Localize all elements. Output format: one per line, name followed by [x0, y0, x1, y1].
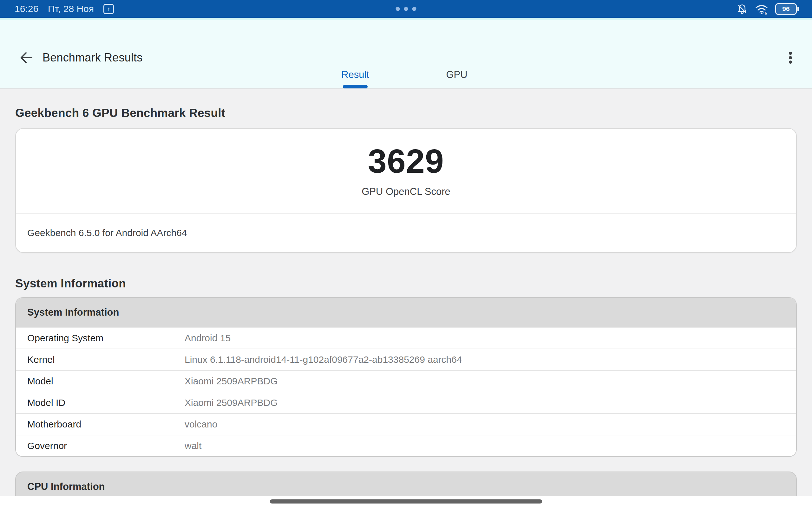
tab-result-label: Result: [341, 69, 369, 80]
row-value: Xiaomi 2509ARPBDG: [185, 397, 796, 408]
camera-cutout-dots: [396, 7, 416, 11]
row-value: Linux 6.1.118-android14-11-g102af09677a2…: [185, 354, 796, 365]
table-row: Kernel Linux 6.1.118-android14-11-g102af…: [16, 349, 796, 370]
tab-result[interactable]: Result: [305, 61, 406, 88]
kebab-menu-icon: [783, 49, 798, 66]
active-tab-indicator: [343, 85, 368, 89]
dot-icon: [404, 7, 408, 11]
row-value: walt: [185, 441, 796, 451]
app-bar: Benchmark Results Result GPU: [0, 18, 812, 89]
system-nav-strip: [0, 496, 812, 507]
system-info-table: System Information Operating System Andr…: [15, 297, 797, 457]
content-area: Geekbench 6 GPU Benchmark Result 3629 GP…: [0, 89, 812, 507]
back-button[interactable]: [18, 49, 34, 66]
battery-icon: 96: [775, 3, 799, 15]
appbar-accent-strip: [0, 18, 812, 20]
score-block: 3629 GPU OpenCL Score: [16, 129, 796, 213]
table-row: Governor walt: [16, 435, 796, 456]
tab-gpu[interactable]: GPU: [406, 61, 507, 88]
table-row: Operating System Android 15: [16, 327, 796, 349]
tab-gpu-label: GPU: [446, 69, 467, 80]
battery-percent: 96: [775, 3, 797, 15]
gesture-navigation-bar[interactable]: [270, 499, 542, 504]
dot-icon: [412, 7, 416, 11]
wifi-icon: 6: [755, 3, 768, 15]
row-label: Model: [16, 376, 185, 387]
row-label: Governor: [16, 441, 185, 451]
tab-bar: Result GPU: [305, 61, 507, 88]
geekbench-version-line: Geekbench 6.5.0 for Android AArch64: [16, 214, 796, 252]
row-value: Xiaomi 2509ARPBDG: [185, 376, 796, 387]
overflow-menu-button[interactable]: [782, 49, 799, 66]
status-bar: 16:26 Пт, 28 Ноя ↑ 6 96: [0, 0, 812, 18]
upload-badge-icon: ↑: [103, 4, 114, 14]
status-bar-left: 16:26 Пт, 28 Ноя ↑: [0, 3, 114, 14]
table-row: Model ID Xiaomi 2509ARPBDG: [16, 392, 796, 413]
row-label: Kernel: [16, 354, 185, 365]
gpu-score-value: 3629: [368, 144, 444, 178]
row-label: Motherboard: [16, 419, 185, 430]
back-arrow-icon: [18, 50, 34, 65]
result-section-title: Geekbench 6 GPU Benchmark Result: [15, 89, 797, 120]
page-title: Benchmark Results: [43, 49, 143, 66]
score-card: 3629 GPU OpenCL Score Geekbench 6.5.0 fo…: [15, 128, 797, 253]
row-value: Android 15: [185, 333, 796, 343]
notifications-off-icon: [737, 3, 748, 14]
date: Пт, 28 Ноя: [48, 3, 94, 14]
table-header: System Information: [16, 298, 796, 327]
table-row: Model Xiaomi 2509ARPBDG: [16, 370, 796, 392]
system-info-section-title: System Information: [15, 253, 797, 290]
status-bar-right: 6 96: [737, 3, 812, 15]
gpu-score-label: GPU OpenCL Score: [362, 186, 450, 198]
wifi-standard-label: 6: [765, 11, 767, 15]
row-label: Model ID: [16, 397, 185, 408]
table-row: Motherboard volcano: [16, 413, 796, 435]
clock: 16:26: [14, 3, 38, 14]
row-value: volcano: [185, 419, 796, 430]
dot-icon: [396, 7, 400, 11]
row-label: Operating System: [16, 333, 185, 343]
battery-nub: [798, 7, 799, 11]
